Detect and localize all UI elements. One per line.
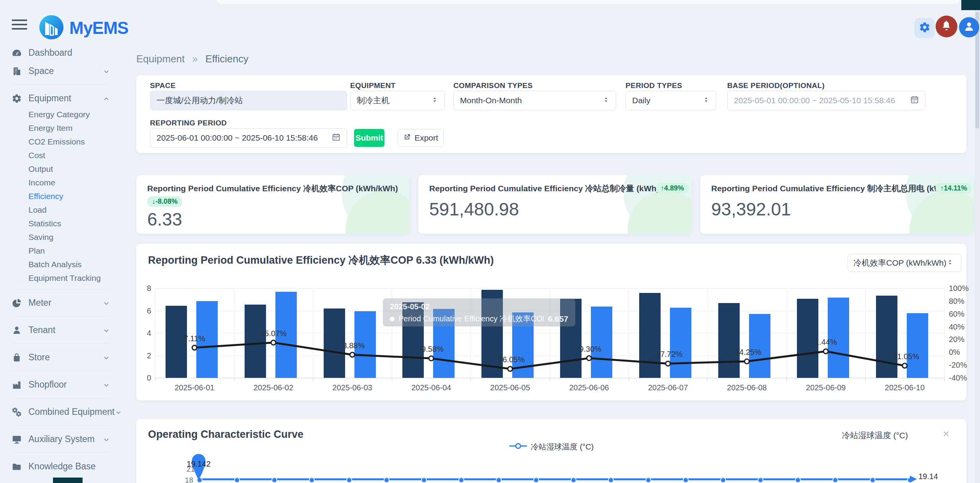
sidebar-item-efficiency[interactable]: Efficiency bbox=[12, 189, 110, 203]
sidebar-item-equipment-tracking[interactable]: Equipment Tracking bbox=[12, 271, 110, 285]
sidebar-item-auxiliary-system[interactable]: Auxiliary System bbox=[12, 430, 110, 448]
sidebar-item-meter[interactable]: Meter bbox=[12, 294, 110, 312]
brand-logo[interactable]: MyEMS bbox=[39, 15, 128, 41]
sidebar-item-label: Dashboard bbox=[28, 48, 110, 58]
curve-data-point[interactable] bbox=[346, 477, 352, 483]
right-axis-tick: 60% bbox=[949, 309, 964, 318]
change-rate-label: 15.07% bbox=[260, 329, 287, 338]
sidebar-item-energy-item[interactable]: Energy Item bbox=[12, 121, 110, 135]
sidebar-item-plan[interactable]: Plan bbox=[12, 244, 110, 257]
right-axis-tick: 40% bbox=[949, 322, 964, 331]
sidebar-item-dashboard[interactable]: Dashboard bbox=[12, 44, 110, 62]
calendar-icon bbox=[332, 133, 340, 143]
curve-data-point[interactable] bbox=[832, 477, 838, 483]
sidebar-item-shopfloor[interactable]: Shopfloor bbox=[12, 375, 110, 394]
sidebar-item-space[interactable]: Space bbox=[12, 62, 110, 80]
sidebar-item-knowledge-base[interactable]: Knowledge Base bbox=[12, 457, 110, 476]
curve-data-point[interactable] bbox=[421, 477, 427, 483]
sidebar-item-equipment[interactable]: Equipment bbox=[12, 89, 110, 108]
updown-arrows-icon bbox=[703, 95, 710, 106]
pin-value-label: 19.142 bbox=[182, 460, 215, 469]
sidebar-item-combined-equipment[interactable]: Combined Equipment bbox=[12, 403, 110, 421]
curve-data-point[interactable] bbox=[683, 477, 689, 483]
factory-icon bbox=[12, 380, 22, 390]
breadcrumb-parent[interactable]: Equipment bbox=[136, 53, 185, 65]
curve-data-point[interactable] bbox=[758, 477, 763, 483]
sidebar-item-label: Shopfloor bbox=[28, 379, 102, 390]
sidebar-item-cost[interactable]: Cost bbox=[12, 148, 110, 162]
right-axis-tick: 80% bbox=[949, 296, 964, 305]
chart-unit-select[interactable]: 冷机效率COP (kWh/kWh) bbox=[848, 254, 961, 272]
export-button[interactable]: Export bbox=[398, 129, 444, 147]
trend-badge-down: ↓-8.08% bbox=[147, 196, 182, 207]
sidebar-item-co2-emissions[interactable]: CO2 Emissions bbox=[12, 135, 110, 148]
curve-parameter-label[interactable]: 冷站湿球温度 (°C) bbox=[842, 430, 908, 441]
sidebar-item-batch-analysis[interactable]: Batch Analysis bbox=[12, 257, 110, 271]
base-period-input[interactable]: 2025-05-01 00:00:00 ~ 2025-05-10 15:58:4… bbox=[727, 91, 925, 110]
curve-data-point[interactable] bbox=[458, 477, 464, 483]
curve-data-point[interactable] bbox=[533, 477, 539, 483]
breadcrumb: Equipment » Efficiency bbox=[136, 53, 249, 65]
sidebar-divider bbox=[12, 453, 110, 453]
x-axis-tick bbox=[865, 378, 865, 381]
change-rate-label: -17.72% bbox=[654, 350, 683, 359]
x-axis-tick bbox=[629, 378, 629, 381]
submit-button[interactable]: Submit bbox=[354, 129, 384, 147]
filter-panel: SPACE EQUIPMENT COMPARISON TYPES PERIOD … bbox=[136, 75, 966, 153]
x-axis-tick bbox=[313, 378, 313, 381]
period-types-select[interactable]: Daily bbox=[626, 91, 716, 110]
curve-data-point[interactable] bbox=[309, 477, 315, 483]
x-axis-label: 2025-06-06 bbox=[569, 383, 609, 392]
comparison-types-select[interactable]: Month-On-Month bbox=[453, 91, 616, 110]
x-axis-label: 2025-06-01 bbox=[174, 383, 214, 392]
meter-icon bbox=[12, 298, 22, 308]
corner-artifact-bottom-left bbox=[53, 478, 83, 483]
x-axis-tick bbox=[944, 378, 945, 381]
sidebar-item-energy-category[interactable]: Energy Category bbox=[12, 108, 110, 121]
x-axis-labels: 2025-06-012025-06-022025-06-032025-06-04… bbox=[155, 383, 944, 395]
x-axis-tick bbox=[471, 378, 471, 381]
space-input[interactable]: 一度城/公用动力/制冷站 bbox=[150, 91, 347, 110]
reporting-period-label: REPORTING PERIOD bbox=[150, 119, 227, 127]
sidebar-item-saving[interactable]: Saving bbox=[12, 230, 110, 244]
curve-data-point[interactable] bbox=[720, 477, 726, 483]
left-axis-tick: 8 bbox=[147, 284, 151, 293]
sidebar-item-statistics[interactable]: Statistics bbox=[12, 217, 110, 230]
curve-data-point[interactable] bbox=[271, 477, 277, 483]
x-axis-tick bbox=[392, 378, 392, 381]
sidebar-item-tenant[interactable]: Tenant bbox=[12, 321, 110, 339]
sidebar-item-store[interactable]: Store bbox=[12, 348, 110, 367]
scrollbar-track[interactable] bbox=[975, 0, 980, 483]
sidebar-item-load[interactable]: Load bbox=[12, 203, 110, 217]
curve-data-point[interactable] bbox=[571, 477, 576, 483]
calendar-icon bbox=[910, 95, 919, 106]
x-axis-tick bbox=[786, 378, 787, 381]
sidebar-divider bbox=[12, 344, 110, 344]
notifications-button[interactable] bbox=[936, 16, 957, 37]
curve-data-point[interactable] bbox=[795, 477, 801, 483]
stat-title: Reporting Period Cumulative Efficiency 冷… bbox=[429, 183, 659, 194]
chevron-down-icon bbox=[102, 435, 110, 443]
sidebar-item-income[interactable]: Income bbox=[12, 176, 110, 189]
curve-data-point[interactable] bbox=[870, 477, 876, 483]
user-avatar[interactable] bbox=[959, 17, 979, 37]
sidebar-item-output[interactable]: Output bbox=[12, 162, 110, 176]
gear-icon bbox=[12, 93, 22, 104]
base-period-label: BASE PERIOD(OPTIONAL) bbox=[727, 81, 825, 90]
left-axis: 86420 bbox=[136, 288, 151, 378]
equipment-select[interactable]: 制冷主机 bbox=[350, 91, 445, 110]
hamburger-menu-button[interactable] bbox=[12, 19, 27, 31]
curve-data-point[interactable] bbox=[234, 477, 240, 483]
curve-data-point[interactable] bbox=[645, 477, 651, 483]
bar-chart-plot[interactable]: 2025-05-02 Period Cumulative Efficiency … bbox=[155, 288, 944, 378]
curve-legend[interactable]: 冷站湿球温度 (°C) bbox=[509, 442, 594, 452]
settings-button[interactable] bbox=[915, 18, 935, 38]
curve-data-point[interactable] bbox=[608, 477, 614, 483]
curve-data-point[interactable] bbox=[496, 477, 502, 483]
close-icon[interactable]: × bbox=[943, 428, 949, 440]
sidebar-item-label: Combined Equipment bbox=[28, 407, 115, 417]
curve-data-point[interactable] bbox=[384, 477, 390, 483]
left-axis-tick: 4 bbox=[147, 329, 151, 338]
sidebar-divider bbox=[12, 316, 110, 317]
reporting-period-input[interactable]: 2025-06-01 00:00:00 ~ 2025-06-10 15:58:4… bbox=[150, 128, 347, 148]
